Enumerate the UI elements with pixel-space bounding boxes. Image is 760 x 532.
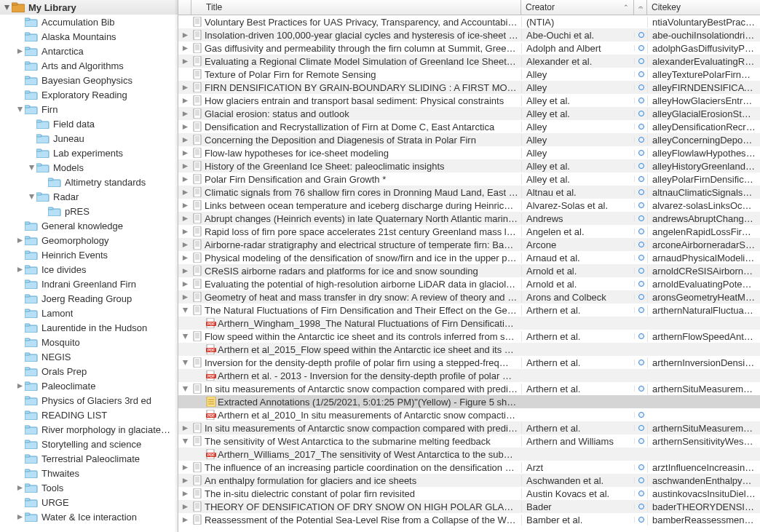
library-folder-row[interactable]: Accumulation Bib — [0, 15, 178, 29]
item-row[interactable]: The influence of an increasing particle … — [178, 461, 760, 474]
library-folder-row[interactable]: Heinrich Events — [0, 247, 178, 262]
column-header-creator[interactable]: Creator⌃ — [521, 0, 634, 15]
library-folder-row[interactable]: Field data — [0, 116, 178, 131]
column-header-citekey[interactable]: Citekey — [647, 0, 760, 15]
library-folder-row[interactable]: Firn — [0, 102, 178, 116]
disclosure-triangle-icon[interactable] — [178, 189, 191, 196]
library-folder-row[interactable]: Storytelling and science — [0, 437, 178, 451]
column-header-arrow[interactable] — [178, 0, 191, 15]
item-row[interactable]: The in-situ dielectric constant of polar… — [178, 487, 760, 500]
item-child-row[interactable]: Arthern et al. - 2013 - Inversion for th… — [178, 369, 760, 382]
item-row[interactable]: Airborne-radar stratigraphy and electric… — [178, 238, 760, 251]
item-row[interactable]: Flow-law hypotheses for ice-sheet modeli… — [178, 146, 760, 159]
item-row[interactable]: Inversion for the density-depth profile … — [178, 356, 760, 369]
item-row[interactable]: Texture of Polar Firn for Remote Sensing… — [178, 68, 760, 81]
library-folder-row[interactable]: pRES — [0, 204, 178, 218]
disclosure-triangle-icon[interactable] — [178, 229, 191, 235]
item-row[interactable]: Reassessment of the Potential Sea-Level … — [178, 513, 760, 526]
disclosure-triangle-icon[interactable] — [15, 266, 25, 273]
item-row[interactable]: How glaciers entrain and transport basal… — [178, 94, 760, 107]
item-row[interactable]: The Natural Fluctuations of Firn Densifi… — [178, 303, 760, 317]
disclosure-triangle-icon[interactable] — [178, 360, 191, 366]
item-row[interactable]: Densification and Recrystallization of F… — [178, 120, 760, 133]
library-folder-row[interactable]: Indrani Greenland Firn — [0, 277, 178, 291]
disclosure-triangle-icon[interactable] — [15, 48, 25, 55]
disclosure-triangle-icon[interactable] — [178, 268, 191, 274]
item-child-row[interactable]: Extracted Annotations (1/25/2021, 5:01:2… — [178, 395, 760, 408]
library-folder-row[interactable]: Antarctica — [0, 44, 178, 58]
disclosure-triangle-icon[interactable] — [178, 176, 191, 183]
disclosure-triangle-icon[interactable] — [178, 438, 191, 445]
item-row[interactable]: THEORY OF DENSIFICATION OF DRY SNOW ON H… — [178, 500, 760, 513]
disclosure-triangle-icon[interactable] — [26, 194, 36, 200]
disclosure-triangle-icon[interactable] — [15, 383, 25, 389]
disclosure-triangle-icon[interactable] — [178, 255, 191, 261]
column-header-attachment[interactable]: 𝄐 — [634, 0, 647, 15]
library-folder-row[interactable]: Alaska Mountains — [0, 29, 178, 44]
item-child-row[interactable]: Arthern_Wingham_1998_The Natural Fluctua… — [178, 317, 760, 330]
item-row[interactable]: Evaluating a Regional Climate Model Simu… — [178, 55, 760, 68]
item-child-row[interactable]: Arthern_Williams_2017_The sensitivity of… — [178, 448, 760, 461]
library-folder-row[interactable]: Orals Prep — [0, 364, 178, 378]
item-row[interactable]: An enthalpy formulation for glaciers and… — [178, 474, 760, 487]
library-root-row[interactable]: My Library — [0, 0, 178, 15]
item-child-row[interactable]: Arthern et al_2015_Flow speed within the… — [178, 343, 760, 356]
library-folder-row[interactable]: Bayesian Geophysics — [0, 73, 178, 87]
library-folder-row[interactable]: Altimetry standards — [0, 175, 178, 189]
disclosure-triangle-icon[interactable] — [178, 58, 191, 65]
disclosure-triangle-icon[interactable] — [178, 45, 191, 52]
library-folder-row[interactable]: Water & Ice interaction — [0, 509, 178, 524]
library-folder-row[interactable]: Geomorphology — [0, 233, 178, 247]
item-row[interactable]: The sensitivity of West Antarctica to th… — [178, 434, 760, 448]
item-row[interactable]: Flow speed within the Antarctic ice shee… — [178, 330, 760, 343]
item-row[interactable]: FIRN DENSIFICATION BY GRAIN-BOUNDARY SLI… — [178, 81, 760, 94]
disclosure-triangle-icon[interactable] — [15, 237, 25, 244]
library-folder-row[interactable]: READING LIST — [0, 408, 178, 422]
library-folder-row[interactable]: General knowledge — [0, 218, 178, 233]
library-folder-row[interactable]: URGE — [0, 495, 178, 509]
item-row[interactable]: Concerning the Deposition and Diagenesis… — [178, 133, 760, 146]
disclosure-triangle-icon[interactable] — [178, 464, 191, 471]
item-row[interactable]: Glacial erosion: status and outlookAlley… — [178, 107, 760, 120]
item-row[interactable]: In situ measurements of Antarctic snow c… — [178, 421, 760, 434]
library-folder-row[interactable]: Thwaites — [0, 466, 178, 480]
disclosure-triangle-icon[interactable] — [178, 504, 191, 510]
disclosure-triangle-icon[interactable] — [178, 242, 191, 248]
item-row[interactable]: Climatic signals from 76 shallow firn co… — [178, 186, 760, 199]
disclosure-triangle-icon[interactable] — [26, 164, 36, 171]
item-row[interactable]: Insolation-driven 100,000-year glacial c… — [178, 28, 760, 41]
disclosure-triangle-icon[interactable] — [178, 281, 191, 287]
item-row[interactable]: History of the Greenland Ice Sheet: pale… — [178, 159, 760, 172]
item-row[interactable]: In situ measurements of Antarctic snow c… — [178, 382, 760, 395]
disclosure-triangle-icon[interactable] — [178, 124, 191, 130]
library-folder-row[interactable]: Terrestrial Paleoclimate — [0, 451, 178, 466]
disclosure-triangle-icon[interactable] — [178, 425, 191, 432]
disclosure-triangle-icon[interactable] — [178, 307, 191, 314]
item-row[interactable]: Rapid loss of firn pore space accelerate… — [178, 225, 760, 238]
library-folder-row[interactable]: Models — [0, 160, 178, 175]
disclosure-triangle-icon[interactable] — [1, 4, 12, 11]
disclosure-triangle-icon[interactable] — [178, 294, 191, 301]
item-row[interactable]: Links between ocean temperature and iceb… — [178, 199, 760, 212]
disclosure-triangle-icon[interactable] — [15, 485, 25, 491]
library-folder-row[interactable]: Laurentide in the Hudson — [0, 320, 178, 335]
library-folder-row[interactable]: Radar — [0, 189, 178, 204]
item-row[interactable]: Geometry of heat and mass transfer in dr… — [178, 290, 760, 303]
item-row[interactable]: Gas diffusivity and permeability through… — [178, 41, 760, 55]
library-folder-row[interactable]: Exploratory Reading — [0, 87, 178, 102]
library-folder-row[interactable]: Arts and Algorithms — [0, 58, 178, 73]
disclosure-triangle-icon[interactable] — [178, 491, 191, 497]
item-row[interactable]: Polar Firn Densification and Grain Growt… — [178, 172, 760, 186]
column-header-title[interactable]: Title — [191, 0, 521, 15]
library-sidebar[interactable]: My Library Accumulation BibAlaska Mounta… — [0, 0, 178, 532]
disclosure-triangle-icon[interactable] — [178, 333, 191, 340]
disclosure-triangle-icon[interactable] — [178, 98, 191, 104]
library-folder-row[interactable]: Tools — [0, 480, 178, 495]
item-child-row[interactable]: Arthern et al_2010_In situ measurements … — [178, 408, 760, 421]
disclosure-triangle-icon[interactable] — [178, 137, 191, 143]
item-row[interactable]: Voluntary Best Practices for UAS Privacy… — [178, 15, 760, 28]
item-row[interactable]: Abrupt changes (Heinrich events) in late… — [178, 212, 760, 225]
library-folder-row[interactable]: Physics of Glaciers 3rd ed — [0, 393, 178, 408]
library-folder-row[interactable]: Lab experiments — [0, 146, 178, 160]
library-folder-row[interactable]: Joerg Reading Group — [0, 291, 178, 306]
